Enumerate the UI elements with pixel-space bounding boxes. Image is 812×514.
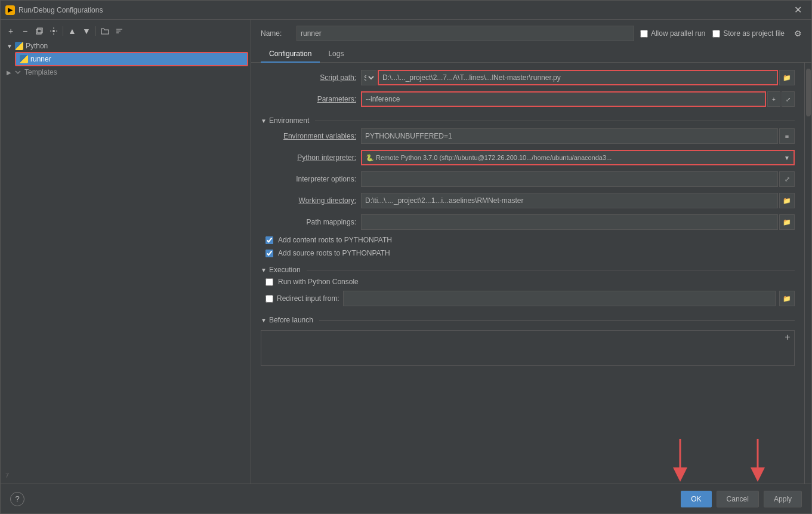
interpreter-options-row: Interpreter options: ⤢ — [261, 171, 795, 187]
env-vars-label: Environment variables: — [261, 132, 356, 140]
runner-icon — [20, 55, 28, 63]
run-debug-dialog: ▶ Run/Debug Configurations ✕ + − — [0, 0, 812, 514]
add-source-roots-checkbox[interactable] — [265, 250, 273, 257]
bottom-number: 7 — [1, 469, 251, 481]
python-interpreter-label: Python interpreter: — [261, 153, 356, 162]
script-path-label: Script path: — [261, 73, 356, 82]
name-label: Name: — [261, 29, 291, 38]
right-panel: Name: runner Allow parallel run Store as… — [251, 20, 811, 484]
env-vars-edit-button[interactable]: ≡ — [779, 128, 795, 144]
allow-parallel-label: Allow parallel run — [651, 29, 705, 38]
tabs-row: Configuration Logs — [251, 46, 811, 63]
name-row: Name: runner Allow parallel run Store as… — [251, 20, 811, 46]
store-as-project-row: Store as project file — [712, 29, 785, 38]
close-button[interactable]: ✕ — [789, 3, 807, 17]
remove-config-button[interactable]: − — [18, 24, 32, 38]
parameters-row: Parameters: + ⤢ — [261, 91, 795, 107]
path-mappings-input[interactable] — [361, 214, 778, 230]
python-group[interactable]: ▼ Python — [3, 40, 248, 52]
add-source-roots-label: Add source roots to PYTHONPATH — [278, 249, 390, 257]
config-tree: ▼ Python runner ▶ — [1, 40, 251, 78]
redirect-input-label: Redirect input from: — [277, 294, 339, 303]
move-down-button[interactable]: ▼ — [80, 24, 93, 38]
python-interpreter-dropdown-arrow-icon: ▼ — [784, 155, 790, 161]
settings-gear-icon[interactable]: ⚙ — [794, 29, 802, 38]
run-python-console-row: Run with Python Console — [261, 278, 795, 286]
allow-parallel-checkbox[interactable] — [640, 30, 648, 38]
python-group-label: Python — [26, 42, 48, 50]
working-dir-browse-button[interactable]: 📁 — [779, 193, 795, 208]
redirect-input-checkbox[interactable] — [265, 295, 273, 303]
path-mappings-edit-button[interactable]: 📁 — [779, 214, 795, 230]
templates-item[interactable]: ▶ Templates — [3, 66, 248, 78]
configure-button[interactable] — [47, 24, 60, 38]
execution-section-header[interactable]: ▼ Execution — [261, 262, 795, 278]
working-dir-row: Working directory: 📁 — [261, 193, 795, 208]
title-bar: ▶ Run/Debug Configurations ✕ — [1, 1, 811, 20]
copy-config-button[interactable] — [33, 24, 46, 38]
folder-button[interactable] — [98, 24, 112, 38]
apply-button[interactable]: Apply — [764, 491, 802, 507]
redirect-input-field[interactable] — [343, 291, 776, 306]
cancel-button[interactable]: Cancel — [717, 491, 759, 507]
vertical-scrollbar[interactable] — [804, 63, 811, 484]
interpreter-options-input-wrap: ⤢ — [361, 171, 795, 187]
help-button[interactable]: ? — [10, 492, 24, 506]
path-mappings-row: Path mappings: 📁 — [261, 214, 795, 230]
script-path-browse-button[interactable]: 📁 — [779, 70, 795, 85]
run-python-console-label: Run with Python Console — [278, 278, 359, 286]
working-dir-input[interactable] — [361, 193, 778, 208]
interpreter-options-expand-button[interactable]: ⤢ — [779, 171, 795, 187]
working-dir-label: Working directory: — [261, 196, 356, 205]
templates-arrow: ▶ — [7, 69, 11, 76]
move-up-button[interactable]: ▲ — [66, 24, 79, 38]
python-interpreter-value: 🐍 Remote Python 3.7.0 (sftp://ubuntu@172… — [366, 154, 612, 162]
env-vars-input[interactable] — [361, 128, 778, 144]
parameters-input[interactable] — [361, 91, 766, 107]
add-config-button[interactable]: + — [4, 24, 17, 38]
script-path-input[interactable] — [378, 70, 778, 85]
before-launch-label: Before launch — [269, 316, 313, 324]
toolbar-separator-2 — [95, 26, 96, 36]
before-launch-add-button[interactable]: + — [782, 332, 793, 343]
before-launch-divider — [319, 320, 795, 321]
store-as-project-checkbox[interactable] — [712, 30, 720, 38]
interpreter-options-input[interactable] — [361, 171, 778, 187]
name-input[interactable]: runner — [297, 26, 634, 41]
runner-item[interactable]: runner — [15, 52, 248, 66]
app-icon: ▶ — [5, 5, 15, 15]
tab-configuration[interactable]: Configuration — [261, 46, 320, 63]
run-python-console-checkbox[interactable] — [265, 278, 273, 286]
env-vars-row: Environment variables: ≡ — [261, 128, 795, 144]
parameters-input-wrap: + ⤢ — [361, 91, 795, 107]
redirect-input-browse-button[interactable]: 📁 — [779, 291, 795, 306]
ok-button[interactable]: OK — [681, 491, 711, 507]
add-content-roots-checkbox[interactable] — [265, 236, 273, 244]
templates-label: Templates — [24, 68, 57, 76]
execution-divider — [307, 270, 795, 270]
working-dir-input-wrap: 📁 — [361, 193, 795, 208]
before-launch-section: ▼ Before launch + — [261, 312, 795, 366]
environment-section-header[interactable]: ▼ Environment — [261, 113, 795, 128]
sort-button[interactable] — [113, 24, 126, 38]
tab-logs[interactable]: Logs — [320, 46, 352, 63]
parameters-expand-button[interactable]: + — [767, 91, 780, 107]
script-path-input-wrap: Script path 📁 — [361, 70, 795, 85]
store-as-project-label: Store as project file — [723, 29, 785, 38]
execution-arrow-icon: ▼ — [261, 267, 267, 273]
script-path-type-dropdown[interactable]: Script path — [361, 70, 376, 85]
content-area: Script path: Script path 📁 — [251, 63, 811, 484]
add-content-roots-row: Add content roots to PYTHONPATH — [261, 236, 795, 244]
left-panel: + − ▲ ▼ — [1, 20, 251, 484]
interpreter-options-label: Interpreter options: — [261, 175, 356, 183]
allow-parallel-row: Allow parallel run — [640, 29, 705, 38]
before-launch-header[interactable]: ▼ Before launch — [261, 312, 795, 328]
parameters-fullscreen-button[interactable]: ⤢ — [782, 91, 795, 107]
before-launch-arrow-icon: ▼ — [261, 317, 267, 324]
execution-label: Execution — [269, 266, 301, 274]
python-group-icon — [15, 42, 23, 50]
bottom-bar: ? OK Cancel Apply — [1, 484, 811, 513]
python-interpreter-dropdown[interactable]: 🐍 Remote Python 3.7.0 (sftp://ubuntu@172… — [361, 150, 795, 165]
templates-icon — [14, 68, 22, 76]
environment-label: Environment — [269, 116, 309, 125]
